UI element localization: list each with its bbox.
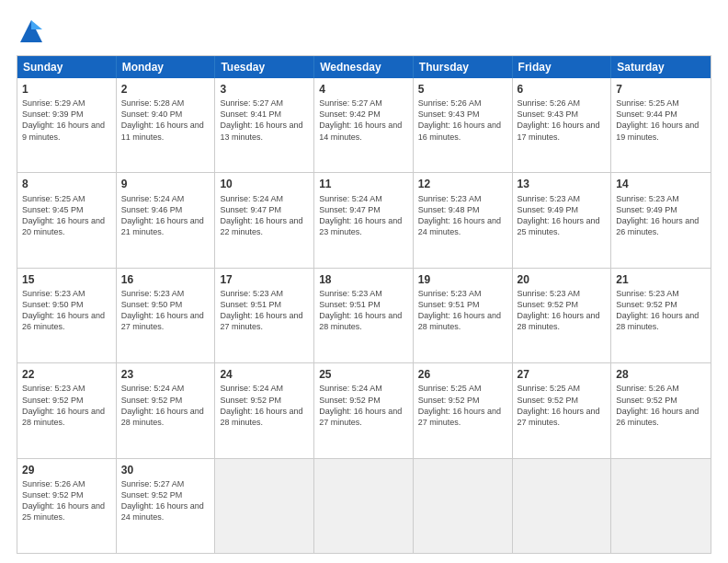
- sunrise-text: Sunrise: 5:26 AM: [418, 98, 507, 109]
- day-number: 10: [220, 177, 309, 191]
- sunrise-text: Sunrise: 5:29 AM: [22, 98, 111, 109]
- calendar-cell-empty-5: [513, 459, 612, 553]
- daylight-text: Daylight: 16 hours and 20 minutes.: [22, 215, 111, 237]
- daylight-text: Daylight: 16 hours and 27 minutes.: [319, 406, 408, 428]
- daylight-text: Daylight: 16 hours and 11 minutes.: [121, 120, 210, 142]
- sunset-text: Sunset: 9:52 PM: [518, 299, 607, 310]
- sunrise-text: Sunrise: 5:23 AM: [518, 193, 607, 204]
- calendar-cell-8: 8Sunrise: 5:25 AMSunset: 9:45 PMDaylight…: [17, 173, 117, 267]
- calendar-cell-12: 12Sunrise: 5:23 AMSunset: 9:48 PMDayligh…: [414, 173, 513, 267]
- sunset-text: Sunset: 9:51 PM: [220, 299, 309, 310]
- daylight-text: Daylight: 16 hours and 27 minutes.: [418, 406, 507, 428]
- sunset-text: Sunset: 9:52 PM: [616, 299, 706, 310]
- calendar-cell-20: 20Sunrise: 5:23 AMSunset: 9:52 PMDayligh…: [513, 269, 612, 362]
- day-number: 1: [22, 82, 111, 97]
- sunrise-text: Sunrise: 5:23 AM: [22, 383, 111, 394]
- sunset-text: Sunset: 9:52 PM: [121, 489, 210, 500]
- day-number: 12: [418, 177, 507, 191]
- day-number: 6: [518, 82, 607, 97]
- daylight-text: Daylight: 16 hours and 13 minutes.: [220, 120, 309, 142]
- day-number: 8: [22, 177, 111, 191]
- day-number: 30: [121, 463, 210, 477]
- sunset-text: Sunset: 9:39 PM: [22, 109, 111, 120]
- svg-marker-1: [31, 20, 42, 29]
- calendar-cell-empty-6: [611, 459, 711, 553]
- logo-icon: [17, 17, 46, 46]
- daylight-text: Daylight: 16 hours and 22 minutes.: [220, 215, 309, 237]
- sunrise-text: Sunrise: 5:26 AM: [518, 98, 607, 109]
- calendar-header: SundayMondayTuesdayWednesdayThursdayFrid…: [17, 56, 711, 78]
- daylight-text: Daylight: 16 hours and 28 minutes.: [220, 406, 309, 428]
- calendar-cell-3: 3Sunrise: 5:27 AMSunset: 9:41 PMDaylight…: [215, 78, 314, 172]
- day-number: 9: [121, 177, 210, 191]
- sunrise-text: Sunrise: 5:25 AM: [22, 193, 111, 204]
- sunrise-text: Sunrise: 5:23 AM: [418, 193, 507, 204]
- calendar-row-1: 1Sunrise: 5:29 AMSunset: 9:39 PMDaylight…: [17, 78, 711, 172]
- daylight-text: Daylight: 16 hours and 28 minutes.: [22, 406, 111, 428]
- calendar-row-3: 15Sunrise: 5:23 AMSunset: 9:50 PMDayligh…: [17, 268, 711, 362]
- sunrise-text: Sunrise: 5:24 AM: [121, 193, 210, 204]
- sunset-text: Sunset: 9:41 PM: [220, 109, 309, 120]
- day-number: 11: [319, 177, 408, 191]
- weekday-header-thursday: Thursday: [414, 56, 513, 78]
- calendar-cell-23: 23Sunrise: 5:24 AMSunset: 9:52 PMDayligh…: [117, 363, 216, 457]
- sunrise-text: Sunrise: 5:24 AM: [319, 193, 408, 204]
- daylight-text: Daylight: 16 hours and 14 minutes.: [319, 120, 408, 142]
- weekday-header-friday: Friday: [513, 56, 612, 78]
- sunrise-text: Sunrise: 5:23 AM: [319, 288, 408, 299]
- sunrise-text: Sunrise: 5:25 AM: [518, 383, 607, 394]
- sunrise-text: Sunrise: 5:25 AM: [616, 98, 706, 109]
- day-number: 27: [518, 367, 607, 382]
- weekday-header-saturday: Saturday: [611, 56, 711, 78]
- calendar-page: SundayMondayTuesdayWednesdayThursdayFrid…: [0, 0, 728, 563]
- sunset-text: Sunset: 9:51 PM: [319, 299, 408, 310]
- calendar-cell-18: 18Sunrise: 5:23 AMSunset: 9:51 PMDayligh…: [314, 269, 414, 362]
- daylight-text: Daylight: 16 hours and 26 minutes.: [616, 215, 706, 237]
- daylight-text: Daylight: 16 hours and 25 minutes.: [518, 215, 607, 237]
- weekday-header-monday: Monday: [117, 56, 216, 78]
- day-number: 23: [121, 367, 210, 382]
- sunset-text: Sunset: 9:43 PM: [518, 109, 607, 120]
- day-number: 4: [319, 82, 408, 97]
- calendar-cell-6: 6Sunrise: 5:26 AMSunset: 9:43 PMDaylight…: [513, 78, 612, 172]
- calendar-cell-empty-2: [215, 459, 314, 553]
- sunset-text: Sunset: 9:51 PM: [418, 299, 507, 310]
- day-number: 3: [220, 82, 309, 97]
- sunset-text: Sunset: 9:52 PM: [22, 395, 111, 406]
- daylight-text: Daylight: 16 hours and 19 minutes.: [616, 120, 706, 142]
- calendar-row-2: 8Sunrise: 5:25 AMSunset: 9:45 PMDaylight…: [17, 172, 711, 267]
- daylight-text: Daylight: 16 hours and 28 minutes.: [319, 310, 408, 332]
- sunset-text: Sunset: 9:43 PM: [418, 109, 507, 120]
- calendar-cell-empty-4: [414, 459, 513, 553]
- day-number: 26: [418, 367, 507, 382]
- sunset-text: Sunset: 9:42 PM: [319, 109, 408, 120]
- sunset-text: Sunset: 9:47 PM: [220, 204, 309, 215]
- calendar-cell-5: 5Sunrise: 5:26 AMSunset: 9:43 PMDaylight…: [414, 78, 513, 172]
- sunrise-text: Sunrise: 5:27 AM: [220, 98, 309, 109]
- day-number: 18: [319, 272, 408, 287]
- daylight-text: Daylight: 16 hours and 28 minutes.: [418, 310, 507, 332]
- daylight-text: Daylight: 16 hours and 27 minutes.: [220, 310, 309, 332]
- daylight-text: Daylight: 16 hours and 23 minutes.: [319, 215, 408, 237]
- sunrise-text: Sunrise: 5:23 AM: [418, 288, 507, 299]
- daylight-text: Daylight: 16 hours and 26 minutes.: [616, 406, 706, 428]
- calendar-cell-4: 4Sunrise: 5:27 AMSunset: 9:42 PMDaylight…: [314, 78, 414, 172]
- calendar-cell-22: 22Sunrise: 5:23 AMSunset: 9:52 PMDayligh…: [17, 363, 117, 457]
- sunset-text: Sunset: 9:40 PM: [121, 109, 210, 120]
- sunrise-text: Sunrise: 5:26 AM: [616, 383, 706, 394]
- day-number: 20: [518, 272, 607, 287]
- sunrise-text: Sunrise: 5:24 AM: [220, 383, 309, 394]
- sunrise-text: Sunrise: 5:27 AM: [319, 98, 408, 109]
- sunset-text: Sunset: 9:44 PM: [616, 109, 706, 120]
- sunrise-text: Sunrise: 5:23 AM: [616, 288, 706, 299]
- sunset-text: Sunset: 9:49 PM: [518, 204, 607, 215]
- sunrise-text: Sunrise: 5:26 AM: [22, 478, 111, 489]
- sunset-text: Sunset: 9:45 PM: [22, 204, 111, 215]
- daylight-text: Daylight: 16 hours and 21 minutes.: [121, 215, 210, 237]
- daylight-text: Daylight: 16 hours and 27 minutes.: [518, 406, 607, 428]
- calendar-cell-13: 13Sunrise: 5:23 AMSunset: 9:49 PMDayligh…: [513, 173, 612, 267]
- sunset-text: Sunset: 9:48 PM: [418, 204, 507, 215]
- calendar: SundayMondayTuesdayWednesdayThursdayFrid…: [17, 55, 711, 554]
- daylight-text: Daylight: 16 hours and 9 minutes.: [22, 120, 111, 142]
- calendar-cell-27: 27Sunrise: 5:25 AMSunset: 9:52 PMDayligh…: [513, 363, 612, 457]
